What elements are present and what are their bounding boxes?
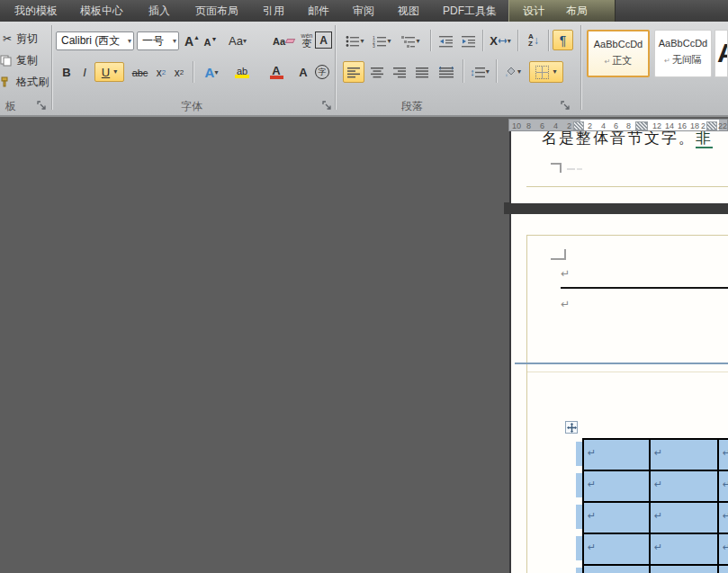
page-2[interactable]: ↵ ↵ ↵↵↵↵↵↵↵↵↵↵↵↵↵↵↵	[509, 214, 728, 573]
clear-formatting-button[interactable]: Aa	[273, 31, 294, 50]
chevron-down-icon: ▾	[416, 38, 419, 45]
highlight-color-button[interactable]: ab	[228, 61, 256, 83]
ribbon-tab-7[interactable]: 审阅	[350, 0, 377, 22]
ribbon-tab-8[interactable]: 视图	[395, 0, 422, 22]
table-cell[interactable]: ↵	[584, 534, 651, 564]
table-column-marker[interactable]	[706, 121, 717, 130]
phonetic-guide-button[interactable]: wén 变	[298, 30, 316, 51]
contextual-tab-1[interactable]: 设计	[520, 0, 547, 22]
doc-table[interactable]: ↵↵↵↵↵↵↵↵↵↵↵↵↵↵↵	[582, 438, 728, 573]
paragraph-dialog-launcher[interactable]	[560, 100, 571, 111]
style-chip-no-spacing[interactable]: AaBbCcDd ↵无间隔	[654, 30, 712, 77]
document-area: 108642246812141618222 名是整体音节文字。非 ↵ ↵	[0, 117, 728, 573]
change-case-button[interactable]: Aa▾	[225, 31, 250, 50]
ribbon-tab-3[interactable]: 插入	[146, 0, 173, 22]
chevron-down-icon: ▾	[128, 38, 131, 45]
ribbon-tab-2[interactable]: 模板中心	[77, 0, 126, 22]
page2-border-top	[526, 235, 728, 236]
superscript-mark: 2	[180, 68, 184, 76]
faint-artifact	[577, 168, 582, 170]
shrink-font-glyph: A	[204, 37, 211, 48]
page-1[interactable]: 名是整体音节文字。非	[509, 131, 728, 203]
mini-separator	[548, 30, 549, 51]
font-color-button[interactable]: A	[262, 61, 291, 83]
font-name-combo[interactable]: Calibri (西文 ▾	[56, 31, 134, 50]
tab-strip: 我的模板模板中心插入页面布局引用邮件审阅视图PDF工具集	[0, 0, 508, 22]
table-cell[interactable]: ↵	[651, 503, 719, 533]
multilevel-list-button[interactable]: ▾	[398, 31, 424, 50]
grow-font-button[interactable]: A▲	[184, 31, 201, 50]
strikethrough-button[interactable]: abc	[129, 63, 151, 82]
table-cell[interactable]: ↵	[584, 566, 651, 573]
increase-indent-button[interactable]	[459, 31, 479, 50]
align-right-button[interactable]	[389, 61, 410, 83]
distribute-button[interactable]	[434, 61, 459, 83]
row-selection-strip	[576, 536, 582, 560]
superscript-button[interactable]: x2	[171, 63, 187, 82]
decrease-indent-button[interactable]	[436, 31, 456, 50]
font-size-combo[interactable]: 一号 ▾	[137, 31, 179, 50]
bold-button[interactable]: B	[58, 63, 75, 82]
table-cell[interactable]: ↵	[584, 471, 651, 501]
copy-button[interactable]: 复制	[0, 50, 50, 70]
table-row: ↵↵↵	[584, 503, 728, 534]
ruler-tick: 4	[601, 121, 606, 130]
sort-button[interactable]: A Z ↓	[522, 30, 545, 51]
font-dialog-launcher[interactable]	[321, 100, 332, 111]
bold-glyph: B	[62, 66, 70, 79]
line-spacing-button[interactable]: ↕ ▾	[466, 61, 493, 83]
subscript-button[interactable]: x2	[153, 63, 169, 82]
text-effects-button[interactable]: A▾	[199, 63, 224, 82]
italic-button[interactable]: I	[77, 63, 92, 82]
clipboard-dialog-launcher[interactable]	[36, 100, 47, 111]
table-cell[interactable]: ↵	[651, 471, 719, 501]
table-move-handle[interactable]	[565, 421, 578, 434]
borders-button[interactable]: ▾	[529, 61, 563, 83]
table-cell[interactable]: ↵	[584, 440, 651, 470]
table-cell[interactable]: ↵	[651, 440, 719, 470]
shrink-font-button[interactable]: A▼	[202, 33, 219, 50]
table-cell[interactable]: ↵	[719, 503, 728, 533]
down-icon: ▼	[211, 36, 218, 42]
align-left-button[interactable]	[343, 61, 364, 83]
italic-glyph: I	[83, 66, 86, 79]
table-column-marker[interactable]	[573, 121, 584, 130]
style-chip-normal[interactable]: AaBbCcDd ↵正文	[587, 30, 650, 77]
format-painter-icon	[0, 76, 14, 88]
ribbon-tab-6[interactable]: 邮件	[305, 0, 332, 22]
bullets-button[interactable]: ▾	[343, 31, 367, 50]
table-cell[interactable]: ↵	[719, 566, 728, 573]
table-cell[interactable]: ↵	[719, 534, 728, 564]
row-selection-strip	[576, 505, 582, 529]
asian-layout-button[interactable]: X ▾	[487, 31, 514, 50]
table-cell[interactable]: ↵	[651, 566, 719, 573]
contextual-tab-group: 设计布局	[508, 0, 616, 22]
underline-button[interactable]: U ▾	[94, 62, 124, 82]
ribbon-tab-1[interactable]: 我的模板	[12, 0, 60, 22]
table-row: ↵↵↵	[584, 534, 728, 566]
numbering-button[interactable]: 123 ▾	[370, 31, 394, 50]
character-border-button[interactable]: A	[315, 31, 332, 49]
ruler[interactable]: 108642246812141618222	[508, 119, 728, 131]
cut-label: 剪切	[16, 31, 38, 47]
style-chip-partial[interactable]: A	[715, 30, 728, 77]
show-hide-marks-button[interactable]: ¶	[553, 30, 573, 50]
table-cell[interactable]: ↵	[651, 534, 719, 564]
contextual-tab-2[interactable]: 布局	[563, 0, 590, 22]
ribbon-tab-5[interactable]: 引用	[260, 0, 287, 22]
enclose-characters-button[interactable]: 字	[313, 63, 331, 81]
table-cell[interactable]: ↵	[719, 471, 728, 501]
cut-button[interactable]: ✂ 剪切	[0, 29, 50, 49]
table-cell[interactable]: ↵	[719, 440, 728, 470]
ribbon-tab-4[interactable]: 页面布局	[193, 0, 241, 22]
justify-button[interactable]	[411, 61, 433, 83]
text-boundary-corner-mark	[564, 249, 566, 260]
table-column-marker[interactable]	[635, 121, 648, 130]
ribbon-tab-9[interactable]: PDF工具集	[440, 0, 499, 22]
character-shading-button[interactable]: A	[295, 63, 311, 82]
shading-button[interactable]: ▾	[499, 61, 526, 83]
row-selection-strip	[576, 473, 582, 497]
table-cell[interactable]: ↵	[584, 503, 651, 533]
align-center-button[interactable]	[366, 61, 388, 83]
mini-separator	[496, 59, 497, 83]
